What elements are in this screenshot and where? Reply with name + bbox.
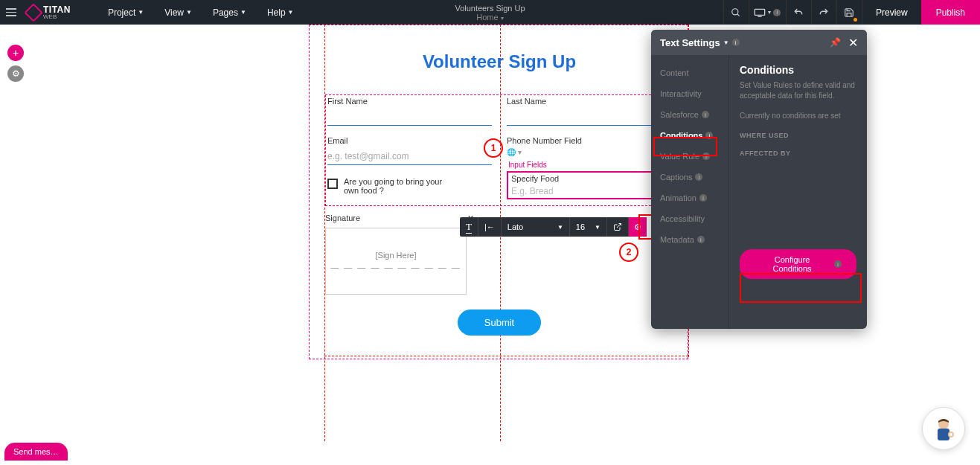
svg-line-4 (617, 224, 621, 228)
svg-rect-2 (755, 9, 765, 15)
menu-pages[interactable]: Pages▼ (213, 7, 246, 18)
nav-content[interactable]: Content (651, 62, 728, 83)
nav-metadata[interactable]: Metadatai (651, 229, 728, 250)
svg-point-0 (732, 8, 738, 14)
nav-salesforce[interactable]: Salesforcei (651, 104, 728, 125)
nav-accessibility[interactable]: Accessibility (651, 208, 728, 229)
open-external-icon[interactable] (607, 217, 629, 237)
annotation-box (653, 137, 717, 156)
specify-food-field[interactable]: Specify Food E.g. Bread (507, 171, 671, 199)
content-title: Conditions (740, 64, 856, 76)
info-icon: i (834, 260, 842, 268)
signature-line: — — — — — — — — — — (330, 263, 461, 272)
callout-2: 2 (619, 243, 638, 262)
preview-button[interactable]: Preview (862, 0, 921, 25)
checkbox-food[interactable] (327, 179, 338, 189)
align-icon[interactable]: |← (478, 217, 502, 237)
chevron-down-icon: ▼ (240, 9, 246, 16)
design-canvas[interactable]: Volunteer Sign Up First Name Last Name E… (309, 25, 688, 359)
font-select[interactable]: Lato▼ (502, 217, 570, 237)
where-used-section: WHERE USED (740, 132, 856, 139)
nav-animation[interactable]: Animationi (651, 187, 728, 208)
panel-nav: Content Interactivity Salesforcei Condit… (651, 55, 729, 329)
hamburger-menu-icon[interactable] (0, 0, 22, 25)
info-icon[interactable]: i (732, 39, 740, 46)
menu-project[interactable]: Project▼ (108, 7, 144, 18)
email-field[interactable] (327, 148, 492, 165)
affected-by-section: AFFECTED BY (740, 150, 856, 157)
main-menu: Project▼ View▼ Pages▼ Help▼ (108, 7, 294, 18)
panel-title-text: Text Settings (660, 37, 720, 48)
page-title-center: Volunteers Sign Up Home ▾ (455, 4, 525, 22)
sign-here-text: [Sign Here] (375, 251, 416, 260)
topbar: TITAN WEB Project▼ View▼ Pages▼ Help▼ Vo… (0, 0, 980, 25)
first-name-label: First Name (327, 97, 492, 106)
topbar-right: ▾i Preview Publish (723, 0, 980, 25)
save-icon[interactable] (836, 0, 862, 25)
callout-1: 1 (484, 138, 503, 158)
form-title: Volunteer Sign Up (325, 51, 673, 72)
svg-point-8 (949, 433, 952, 436)
menu-help[interactable]: Help▼ (267, 7, 294, 18)
conditions-status: Currently no conditions are set (740, 112, 856, 120)
last-name-field[interactable] (507, 109, 671, 126)
device-preview-icon[interactable]: ▾i (749, 0, 786, 25)
last-name-label: Last Name (507, 97, 671, 106)
text-style-icon[interactable]: T (460, 217, 478, 237)
content-description: Set Value Rules to define valid and acce… (740, 80, 856, 101)
input-fields-tag: Input Fields (508, 161, 547, 169)
help-mascot[interactable] (922, 407, 965, 450)
logo-icon (24, 3, 42, 22)
chevron-down-icon: ▼ (186, 9, 192, 16)
checkbox-food-label: Are you going to bring your own food ? (344, 177, 455, 195)
specify-food-label: Specify Food (511, 174, 667, 183)
annotation-box (740, 273, 862, 303)
panel-header: Text Settings▼i 📌 ✕ (651, 30, 867, 55)
settings-button[interactable]: ⚙ (7, 65, 24, 82)
signature-label: Signature (325, 214, 360, 223)
send-message-button[interactable]: Send mes… (4, 443, 68, 461)
font-size-select[interactable]: 16▼ (570, 217, 607, 237)
nav-interactivity[interactable]: Interactivity (651, 83, 728, 104)
publish-button[interactable]: Publish (921, 0, 980, 25)
redo-icon[interactable] (811, 0, 836, 25)
first-name-field[interactable] (327, 109, 492, 126)
add-button[interactable]: + (7, 45, 24, 61)
globe-icon[interactable]: 🌐 ▾ (507, 148, 671, 156)
submit-button[interactable]: Submit (458, 310, 541, 336)
svg-line-1 (737, 13, 740, 16)
chevron-down-icon[interactable]: ▼ (723, 39, 729, 46)
undo-icon[interactable] (786, 0, 811, 25)
chevron-down-icon: ▼ (288, 9, 294, 16)
floating-actions: + ⚙ (7, 45, 24, 82)
logo[interactable]: TITAN WEB (27, 4, 71, 20)
text-toolbar: T |← Lato▼ 16▼ ⚙ (460, 217, 647, 237)
pin-icon[interactable]: 📌 (830, 37, 841, 48)
specify-food-placeholder: E.g. Bread (511, 186, 667, 196)
nav-captions[interactable]: Captionsi (651, 167, 728, 187)
chevron-down-icon: ▼ (138, 9, 144, 16)
search-icon[interactable] (723, 0, 749, 25)
signature-box[interactable]: [Sign Here] — — — — — — — — — — (325, 228, 467, 295)
phone-label: Phone Number Field (507, 136, 671, 145)
email-label: Email (327, 136, 492, 145)
menu-view[interactable]: View▼ (164, 7, 192, 18)
svg-rect-6 (938, 429, 949, 440)
close-icon[interactable]: ✕ (848, 36, 858, 50)
